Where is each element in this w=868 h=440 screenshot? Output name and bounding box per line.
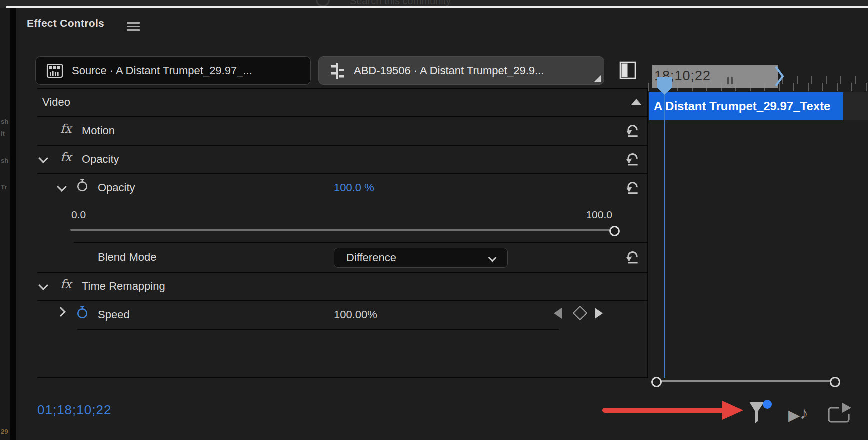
search-icon [316,0,330,7]
zoom-handle-right[interactable] [830,377,840,387]
timeline-track-background [844,92,868,120]
playhead-line[interactable] [664,83,666,378]
next-keyframe-icon[interactable] [595,308,603,319]
tab-source-clip[interactable]: Source · A Distant Trumpet_29.97_... [36,56,311,85]
tab-sequence-clip[interactable]: ABD-19506 · A Distant Trumpet_29.9... [318,56,604,85]
blend-mode-select[interactable]: Difference [334,248,508,268]
loop-playback-icon[interactable] [828,402,854,426]
opacity-value[interactable]: 100.0 % [334,181,374,194]
twirl-opacity-icon[interactable] [38,153,48,163]
search-placeholder-text: Search this community [350,0,451,7]
effect-controls-panel: Effect Controls Source · A Distant Trump… [16,8,868,440]
add-keyframe-icon[interactable] [573,306,588,321]
annotation-arrow [602,408,726,413]
slider-min-label: 0.0 [72,209,86,221]
slider-max-label: 100.0 [566,209,612,221]
play-audio-icon[interactable]: ▶♪ [788,405,808,424]
text-fragment: sh [1,118,8,125]
timeline-ruler-ticks[interactable] [782,76,868,84]
filter-properties-icon[interactable] [748,399,772,427]
twirl-time-remapping-icon[interactable] [38,280,48,290]
timeline-zoom-scrollbar[interactable] [660,380,830,382]
divider [38,88,648,89]
divider [38,272,648,273]
page-edge-remnant: sh it sh Tr 29 [0,8,10,440]
opacity-slider-track[interactable] [70,229,614,231]
reset-opacity-icon[interactable] [626,151,640,166]
text-fragment: Tr [1,183,7,191]
annotation-arrow-head [722,401,744,420]
chevron-down-icon [488,254,497,262]
param-speed-label: Speed [98,308,130,321]
tab-sequence-label: ABD-19506 · A Distant Trumpet_29.9... [354,64,544,77]
text-fragment: it [1,130,5,137]
tab-corner-badge [594,75,601,82]
twirl-opacity-param-icon[interactable] [57,182,67,192]
stopwatch-active-icon[interactable] [76,305,89,320]
tab-source-label: Source · A Distant Trumpet_29.97_... [72,64,252,77]
ruler-tick [728,77,729,84]
stopwatch-icon[interactable] [76,178,89,193]
collapse-panel-icon[interactable] [632,99,642,105]
sequence-icon [329,62,346,80]
divider [648,88,648,378]
clip-icon [46,62,64,80]
speed-value[interactable]: 100.00% [334,308,378,321]
text-fragment: sh [1,157,8,164]
current-timecode[interactable]: 01;18;10;22 [38,402,112,418]
divider [38,300,648,301]
param-opacity-label: Opacity [98,181,136,194]
effect-time-remapping-label: Time Remapping [82,280,166,293]
blend-mode-label: Blend Mode [98,251,156,264]
screenshot-root: Search this community sh it sh Tr 29 Eff… [0,0,868,440]
fx-badge-icon[interactable]: fx [60,122,72,136]
twirl-speed-icon[interactable] [56,307,66,317]
divider [38,173,648,174]
divider [74,242,648,243]
reset-blend-icon[interactable] [626,249,640,264]
reset-opacity-param-icon[interactable] [626,180,640,195]
timeline-clip[interactable]: A Distant Trumpet_29.97_Texte [649,92,844,120]
panel-menu-icon[interactable] [127,22,140,32]
text-fragment: 29 [1,428,8,435]
music-note-glyph: ♪ [800,403,808,422]
effect-opacity-label: Opacity [82,153,120,166]
reset-motion-icon[interactable] [626,123,640,138]
opacity-slider-handle[interactable] [610,226,620,236]
timeline-clip-label: A Distant Trumpet_29.97_Texte [654,92,844,120]
panel-title: Effect Controls [27,17,104,29]
track-header-video: Video [42,96,70,109]
clip-end-bracket-icon [774,66,786,88]
divider [78,329,559,330]
divider [38,377,648,378]
split-view-icon[interactable] [620,61,636,80]
zoom-handle-left[interactable] [652,377,662,387]
divider [10,8,16,440]
divider [38,116,648,117]
blend-mode-value: Difference [346,251,396,264]
fx-badge-icon[interactable]: fx [60,277,72,291]
play-triangle-glyph: ▶ [788,407,800,423]
previous-keyframe-icon[interactable] [554,308,562,319]
divider [38,145,648,146]
ruler-tick [732,77,733,84]
effect-motion-label: Motion [82,124,115,137]
fx-badge-icon[interactable]: fx [60,150,72,164]
ruler-timecode: 18;10;22 [654,68,778,84]
